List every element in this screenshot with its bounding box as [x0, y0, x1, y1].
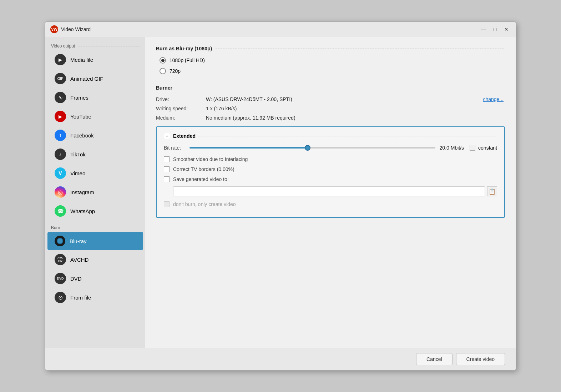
facebook-icon: f — [55, 130, 66, 141]
sidebar-label-facebook: Facebook — [70, 132, 94, 139]
frames-icon: ∿ — [55, 92, 66, 103]
burn-section-header: Burn as Blu-ray (1080p) — [156, 46, 505, 51]
burner-section-header: Burner — [156, 85, 505, 91]
main-window: VW Video Wizard — □ ✕ Video output ▶ Med… — [45, 21, 516, 371]
extended-section: − Extended Bit rate: 20.0 Mbit/s constan… — [156, 126, 505, 218]
sidebar-label-youtube: YouTube — [70, 114, 91, 120]
maximize-button[interactable]: □ — [490, 25, 500, 33]
window-title: Video Wizard — [61, 26, 91, 32]
dvd-icon: DVD — [55, 273, 66, 284]
radio-btn-720p[interactable] — [160, 68, 166, 74]
sidebar-item-from-file[interactable]: ⊙ From file — [47, 288, 143, 307]
writing-speed-value: 1 x (176 kB/s) — [206, 106, 295, 111]
sidebar-item-facebook[interactable]: f Facebook — [47, 126, 143, 145]
sidebar-label-vimeo: Vimeo — [70, 170, 85, 176]
sidebar-label-whatsapp: WhatsApp — [70, 208, 95, 214]
collapse-button[interactable]: − — [164, 133, 170, 139]
save-path-input[interactable] — [173, 186, 485, 196]
bitrate-value: 20.0 Mbit/s — [440, 145, 464, 151]
medium-label: Medium: — [156, 115, 206, 121]
sidebar-item-frames[interactable]: ∿ Frames — [47, 88, 143, 107]
animated-gif-icon: GIF — [55, 73, 66, 84]
youtube-icon: ▶ — [55, 111, 66, 122]
radio-btn-1080p[interactable] — [160, 57, 166, 64]
title-bar: VW Video Wizard — □ ✕ — [45, 22, 516, 37]
sidebar-item-avchd[interactable]: AVCHD AVCHD — [47, 250, 143, 269]
vimeo-icon: V — [55, 167, 66, 179]
close-button[interactable]: ✕ — [501, 25, 511, 33]
sidebar-label-tiktok: TikTok — [70, 151, 86, 157]
drive-value: W: (ASUS DRW-24D5MT - 2.00, SPTI) — [206, 96, 295, 102]
bitrate-slider-track — [189, 147, 435, 149]
sidebar-label-media-file: Media file — [70, 57, 93, 63]
app-icon: VW — [50, 25, 58, 33]
media-file-icon: ▶ — [55, 54, 66, 65]
bitrate-label: Bit rate: — [164, 145, 185, 151]
smoother-checkbox[interactable] — [164, 156, 170, 162]
bitrate-slider-thumb[interactable] — [305, 145, 310, 151]
tv-borders-checkbox[interactable] — [164, 166, 170, 172]
dont-burn-label: don't burn, only create video — [173, 201, 236, 207]
footer: Cancel Create video — [45, 348, 516, 370]
bitrate-row: Bit rate: 20.0 Mbit/s constant — [164, 145, 497, 151]
tv-borders-label: Correct TV borders (0.00%) — [173, 166, 234, 172]
smoother-label: Smoother video due to Interlacing — [173, 156, 248, 162]
sidebar-label-animated-gif: Animated GIF — [70, 76, 103, 82]
burner-info-grid: Drive: W: (ASUS DRW-24D5MT - 2.00, SPTI)… — [156, 96, 505, 121]
resolution-radio-group: 1080p (Full HD) 720p — [156, 57, 505, 74]
whatsapp-icon: ☎ — [55, 205, 66, 217]
save-video-checkbox[interactable] — [164, 176, 170, 182]
burn-section-label: Burn — [45, 223, 145, 232]
extended-header: − Extended — [164, 133, 497, 139]
sidebar-item-instagram[interactable]: ◎ Instagram — [47, 183, 143, 201]
save-video-row: Save generated video to: — [164, 176, 497, 182]
dont-burn-checkbox[interactable] — [164, 201, 170, 207]
save-video-label: Save generated video to: — [173, 176, 229, 182]
radio-1080p[interactable]: 1080p (Full HD) — [160, 57, 505, 64]
sidebar-item-bluray[interactable]: Blu-ray — [47, 232, 143, 250]
sidebar: Video output ▶ Media file GIF Animated G… — [45, 37, 145, 348]
sidebar-item-whatsapp[interactable]: ☎ WhatsApp — [47, 202, 143, 220]
constant-checkbox[interactable] — [470, 145, 475, 151]
from-file-icon: ⊙ — [55, 292, 66, 303]
dont-burn-row: don't burn, only create video — [164, 201, 497, 207]
sidebar-label-from-file: From file — [70, 295, 91, 301]
sidebar-item-youtube[interactable]: ▶ YouTube — [47, 107, 143, 126]
change-link[interactable]: change... — [295, 96, 505, 102]
bitrate-slider-fill — [189, 147, 308, 149]
medium-value: No medium (approx. 11.92 MB required) — [206, 115, 295, 121]
window-controls: — □ ✕ — [479, 25, 511, 33]
minimize-button[interactable]: — — [479, 25, 489, 33]
constant-checkbox-label[interactable]: constant — [470, 145, 497, 151]
browse-button[interactable]: 📋 — [487, 186, 497, 196]
sidebar-item-animated-gif[interactable]: GIF Animated GIF — [47, 69, 143, 88]
tiktok-icon: ♪ — [55, 149, 66, 160]
tv-borders-row: Correct TV borders (0.00%) — [164, 166, 497, 172]
main-layout: Video output ▶ Media file GIF Animated G… — [45, 37, 516, 348]
writing-speed-label: Writing speed: — [156, 106, 206, 111]
file-input-row: 📋 — [173, 186, 497, 196]
create-video-button[interactable]: Create video — [456, 353, 505, 365]
sidebar-label-avchd: AVCHD — [70, 257, 89, 263]
bluray-icon — [55, 236, 65, 246]
instagram-icon: ◎ — [55, 186, 66, 198]
sidebar-label-frames: Frames — [70, 95, 89, 101]
radio-720p[interactable]: 720p — [160, 68, 505, 74]
sidebar-item-tiktok[interactable]: ♪ TikTok — [47, 145, 143, 164]
content-area: Burn as Blu-ray (1080p) 1080p (Full HD) … — [145, 37, 516, 348]
sidebar-label-instagram: Instagram — [70, 189, 94, 195]
video-output-section-label: Video output — [45, 41, 145, 50]
sidebar-label-dvd: DVD — [70, 276, 82, 282]
cancel-button[interactable]: Cancel — [416, 353, 453, 365]
avchd-icon: AVCHD — [55, 254, 66, 265]
sidebar-label-bluray: Blu-ray — [70, 238, 87, 244]
sidebar-item-vimeo[interactable]: V Vimeo — [47, 164, 143, 182]
drive-label: Drive: — [156, 96, 206, 102]
smoother-row: Smoother video due to Interlacing — [164, 156, 497, 162]
sidebar-item-media-file[interactable]: ▶ Media file — [47, 50, 143, 69]
sidebar-item-dvd[interactable]: DVD DVD — [47, 269, 143, 288]
